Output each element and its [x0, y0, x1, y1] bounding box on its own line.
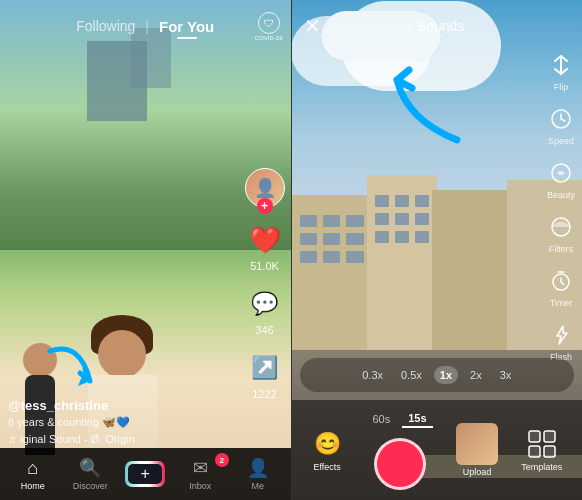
- caption: 8 years & counting 🦋💙: [8, 416, 241, 429]
- templates-button[interactable]: Templates: [521, 428, 562, 472]
- covid-icon: 🛡: [258, 12, 280, 34]
- zoom-3x[interactable]: 3x: [494, 366, 518, 384]
- video-info: @tess_christine 8 years & counting 🦋💙 ♬ …: [8, 398, 241, 445]
- svg-rect-6: [529, 446, 540, 457]
- speed-tool[interactable]: Speed: [546, 104, 576, 146]
- nav-me[interactable]: 👤 Me: [235, 457, 280, 491]
- timer-label: Timer: [550, 298, 573, 308]
- follow-plus-button[interactable]: +: [257, 198, 273, 214]
- music-note-icon: ♬: [8, 433, 16, 445]
- speed-icon: [546, 104, 576, 134]
- camera-top-bar: ✕ ♫ Sounds: [292, 0, 583, 44]
- zoom-2x[interactable]: 2x: [464, 366, 488, 384]
- share-icon: ↗️: [247, 350, 283, 386]
- zoom-1x[interactable]: 1x: [434, 366, 458, 384]
- comment-action[interactable]: 💬 346: [247, 286, 283, 336]
- svg-rect-4: [529, 431, 540, 442]
- heart-icon: ❤️: [247, 222, 283, 258]
- covid-badge[interactable]: 🛡 COVID-19: [255, 12, 283, 41]
- music-note-icon: ♫: [402, 19, 412, 34]
- music-text: iginal Sound - Ø. Origin: [20, 433, 134, 445]
- person-right-head: [98, 330, 146, 378]
- speed-label: Speed: [548, 136, 574, 146]
- filters-label: Filters: [549, 244, 574, 254]
- me-label: Me: [251, 481, 264, 491]
- templates-icon: [526, 428, 558, 460]
- windows: [300, 215, 364, 263]
- following-tab[interactable]: Following: [68, 14, 143, 38]
- share-count: 1222: [252, 388, 276, 400]
- effects-icon: 😊: [311, 428, 343, 460]
- share-action[interactable]: ↗️ 1222: [247, 350, 283, 400]
- inbox-label: Inbox: [189, 481, 211, 491]
- camera-bottom-controls: 0.3x 0.5x 1x 2x 3x 😊 Effects 60s 15s: [292, 358, 583, 500]
- music-info[interactable]: ♬ iginal Sound - Ø. Origin: [8, 433, 241, 445]
- flash-tool[interactable]: Flash: [546, 320, 576, 362]
- duration-controls: 60s 15s: [366, 406, 432, 494]
- like-action[interactable]: ❤️ 51.0K: [247, 222, 283, 272]
- flip-tool[interactable]: Flip: [546, 50, 576, 92]
- profile-icon: 👤: [247, 457, 269, 479]
- username[interactable]: @tess_christine: [8, 398, 241, 413]
- inbox-icon: ✉: [193, 457, 208, 479]
- camera-tools: Flip Speed Beauty: [546, 50, 576, 362]
- flip-label: Flip: [554, 82, 569, 92]
- record-button[interactable]: [374, 438, 426, 490]
- duration-15s[interactable]: 15s: [402, 410, 432, 428]
- timer-tool[interactable]: Timer: [546, 266, 576, 308]
- comment-icon: 💬: [247, 286, 283, 322]
- discover-icon: 🔍: [79, 457, 101, 479]
- templates-label: Templates: [521, 462, 562, 472]
- sounds-button[interactable]: ♫ Sounds: [402, 18, 464, 34]
- beauty-icon: [546, 158, 576, 188]
- create-button[interactable]: +: [125, 461, 165, 487]
- effects-label: Effects: [313, 462, 340, 472]
- bottom-navigation: ⌂ Home 🔍 Discover + ✉ Inbox 2 👤 Me: [0, 448, 291, 500]
- close-button[interactable]: ✕: [304, 14, 321, 38]
- beauty-label: Beauty: [547, 190, 575, 200]
- haussmann-building-2: [367, 175, 437, 375]
- nav-divider: |: [145, 18, 149, 34]
- flash-icon: [546, 320, 576, 350]
- timer-icon: [546, 266, 576, 296]
- left-panel: Following | For You 🛡 COVID-19 👤 + ❤️ 51…: [0, 0, 291, 500]
- windows-2: [375, 195, 429, 243]
- haussmann-building-3: [432, 190, 512, 375]
- haussmann-building-1: [292, 195, 372, 375]
- upload-label: Upload: [463, 467, 492, 477]
- action-buttons: 👤 + ❤️ 51.0K 💬 346 ↗️ 1222: [245, 168, 285, 400]
- upload-button[interactable]: Upload: [456, 423, 498, 477]
- inbox-badge-count: 2: [215, 453, 229, 467]
- duration-tabs: 60s 15s: [366, 406, 432, 432]
- for-you-tab[interactable]: For You: [151, 14, 222, 39]
- nav-discover[interactable]: 🔍 Discover: [68, 457, 113, 491]
- zoom-0-3x[interactable]: 0.3x: [356, 366, 389, 384]
- zoom-0-5x[interactable]: 0.5x: [395, 366, 428, 384]
- effects-button[interactable]: 😊 Effects: [311, 428, 343, 472]
- home-icon: ⌂: [27, 458, 38, 479]
- flip-icon: [546, 50, 576, 80]
- covid-label: COVID-19: [255, 35, 283, 41]
- top-navigation: Following | For You 🛡 COVID-19: [0, 0, 291, 44]
- camera-action-bar: 😊 Effects 60s 15s Upload: [292, 400, 583, 500]
- filters-icon: [546, 212, 576, 242]
- filters-tool[interactable]: Filters: [546, 212, 576, 254]
- record-button-area: [374, 434, 426, 494]
- create-plus-icon: +: [128, 464, 162, 484]
- zoom-controls: 0.3x 0.5x 1x 2x 3x: [300, 358, 575, 392]
- nav-home[interactable]: ⌂ Home: [10, 458, 55, 491]
- creator-avatar[interactable]: 👤 +: [245, 168, 285, 208]
- paris-buildings: [292, 100, 583, 375]
- beauty-tool[interactable]: Beauty: [546, 158, 576, 200]
- right-panel: ✕ ♫ Sounds Flip: [292, 0, 583, 500]
- sounds-label-text: Sounds: [417, 18, 464, 34]
- duration-60s[interactable]: 60s: [366, 411, 396, 427]
- upload-thumbnail: [456, 423, 498, 465]
- svg-rect-5: [544, 431, 555, 442]
- nav-inbox[interactable]: ✉ Inbox 2: [178, 457, 223, 491]
- svg-rect-7: [544, 446, 555, 457]
- comment-count: 346: [255, 324, 273, 336]
- person-left-head: [23, 343, 57, 377]
- discover-label: Discover: [73, 481, 108, 491]
- like-count: 51.0K: [250, 260, 279, 272]
